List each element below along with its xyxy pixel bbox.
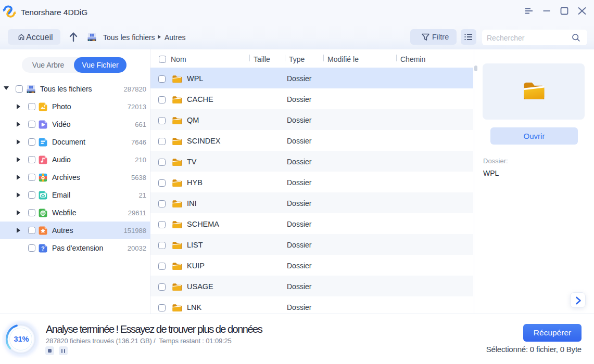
svg-text:31%: 31% — [14, 335, 29, 343]
svg-text:?: ? — [41, 245, 45, 251]
